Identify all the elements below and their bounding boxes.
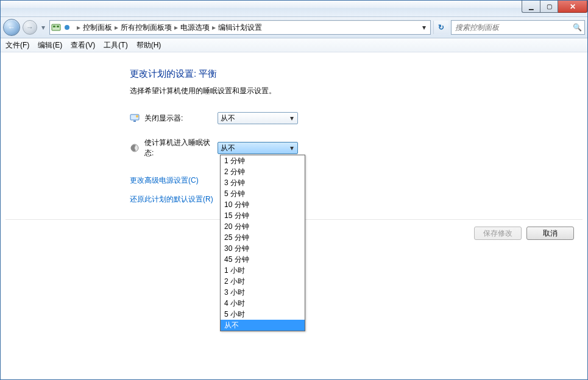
button-row: 保存修改 取消 — [474, 227, 574, 240]
chevron-right-icon: ▸ — [115, 23, 118, 32]
navbar: ← → ▾ ▸ 控制面板 ▸ 所有控制面板项 — [1, 17, 587, 38]
save-button[interactable]: 保存修改 — [474, 227, 522, 240]
chevron-down-icon: ▾ — [288, 144, 296, 152]
dropdown-option[interactable]: 5 分钟 — [221, 188, 305, 199]
menu-tools[interactable]: 工具(T) — [104, 40, 127, 51]
content-area: 更改计划的设置: 平衡 选择希望计算机使用的睡眠设置和显示设置。 关闭显示器: … — [1, 52, 587, 380]
chevron-right-icon: ▸ — [212, 23, 216, 32]
window-frame: ▁ ▢ ✕ ← → ▾ — [0, 0, 588, 380]
dropdown-option[interactable]: 20 分钟 — [221, 221, 305, 232]
svg-rect-2 — [57, 26, 59, 27]
menu-edit[interactable]: 编辑(E) — [38, 40, 62, 51]
link-restore-defaults[interactable]: 还原此计划的默认设置(R) — [130, 194, 587, 205]
search-box[interactable]: 🔍 — [451, 20, 585, 35]
setting-label: 关闭显示器: — [144, 113, 218, 124]
sleep-dropdown-list[interactable]: 1 分钟2 分钟3 分钟5 分钟10 分钟15 分钟20 分钟25 分钟30 分… — [220, 155, 305, 331]
minimize-button[interactable]: ▁ — [522, 1, 540, 13]
dropdown-option[interactable]: 25 分钟 — [221, 232, 305, 243]
control-panel-icon — [51, 23, 61, 32]
address-bar[interactable]: ▸ 控制面板 ▸ 所有控制面板项 ▸ 电源选项 ▸ 编辑计划设置 ▾ — [49, 20, 431, 35]
menubar: 文件(F) 编辑(E) 查看(V) 工具(T) 帮助(H) — [1, 38, 587, 52]
breadcrumb-segment[interactable]: 控制面板 — [83, 23, 112, 33]
menu-view[interactable]: 查看(V) — [71, 40, 95, 51]
dropdown-option[interactable]: 5 小时 — [221, 309, 305, 320]
address-dropdown[interactable]: ▾ — [419, 21, 429, 33]
dropdown-option[interactable]: 3 分钟 — [221, 177, 305, 188]
sleep-combo[interactable]: 从不 ▾ — [218, 142, 298, 154]
chevron-right-icon: ▸ — [174, 23, 178, 32]
breadcrumb: ▸ 控制面板 ▸ 所有控制面板项 ▸ 电源选项 ▸ 编辑计划设置 — [74, 23, 262, 33]
setting-sleep: 使计算机进入睡眠状态: 从不 ▾ — [130, 138, 587, 158]
minimize-icon: ▁ — [529, 4, 534, 10]
address-bar-tail: ▾ — [419, 21, 429, 33]
window-controls: ▁ ▢ ✕ — [522, 1, 587, 16]
page-title: 更改计划的设置: 平衡 — [130, 68, 587, 80]
network-icon — [63, 24, 71, 31]
combo-value: 从不 — [221, 143, 235, 153]
monitor-icon — [130, 113, 140, 123]
close-icon: ✕ — [570, 3, 576, 10]
dropdown-option[interactable]: 4 小时 — [221, 298, 305, 309]
setting-display-off: 关闭显示器: 从不 ▾ — [130, 112, 587, 124]
arrow-right-icon: → — [26, 23, 34, 32]
link-advanced-settings[interactable]: 更改高级电源设置(C) — [130, 175, 587, 186]
maximize-button[interactable]: ▢ — [540, 1, 558, 13]
menu-file[interactable]: 文件(F) — [5, 40, 29, 51]
nav-history-dropdown[interactable]: ▾ — [40, 21, 47, 33]
breadcrumb-segment[interactable]: 编辑计划设置 — [218, 23, 262, 33]
chevron-down-icon: ▾ — [288, 114, 296, 122]
breadcrumb-segment[interactable]: 所有控制面板项 — [121, 23, 172, 33]
dropdown-option[interactable]: 从不 — [221, 320, 305, 331]
menu-help[interactable]: 帮助(H) — [136, 40, 161, 51]
close-button[interactable]: ✕ — [558, 1, 587, 13]
nav-back-button[interactable]: ← — [3, 19, 20, 36]
chevron-right-icon: ▸ — [77, 23, 80, 32]
arrow-left-icon: ← — [8, 23, 15, 32]
display-off-combo[interactable]: 从不 ▾ — [218, 112, 298, 124]
svg-rect-5 — [133, 121, 136, 122]
refresh-button[interactable]: ↻ — [433, 21, 448, 34]
titlebar: ▁ ▢ ✕ — [1, 1, 587, 17]
dropdown-option[interactable]: 1 小时 — [221, 265, 305, 276]
dropdown-option[interactable]: 45 分钟 — [221, 254, 305, 265]
links-block: 更改高级电源设置(C) 还原此计划的默认设置(R) — [130, 175, 587, 205]
setting-label: 使计算机进入睡眠状态: — [144, 138, 218, 158]
dropdown-option[interactable]: 3 小时 — [221, 287, 305, 298]
svg-rect-1 — [53, 26, 55, 27]
dropdown-option[interactable]: 15 分钟 — [221, 210, 305, 221]
dropdown-option[interactable]: 2 小时 — [221, 276, 305, 287]
breadcrumb-segment[interactable]: 电源选项 — [180, 23, 210, 33]
page-desc: 选择希望计算机使用的睡眠设置和显示设置。 — [130, 86, 587, 96]
search-icon: 🔍 — [573, 23, 582, 32]
svg-point-3 — [65, 25, 69, 30]
maximize-icon: ▢ — [547, 4, 552, 10]
moon-icon — [130, 143, 140, 153]
dropdown-option[interactable]: 30 分钟 — [221, 243, 305, 254]
search-input[interactable] — [454, 23, 570, 32]
combo-value: 从不 — [221, 113, 235, 124]
cancel-button[interactable]: 取消 — [526, 227, 574, 240]
refresh-icon: ↻ — [438, 23, 444, 32]
chevron-down-icon: ▾ — [41, 23, 45, 32]
dropdown-option[interactable]: 1 分钟 — [221, 155, 305, 166]
dropdown-option[interactable]: 10 分钟 — [221, 199, 305, 210]
nav-forward-button[interactable]: → — [23, 20, 37, 35]
dropdown-option[interactable]: 2 分钟 — [221, 166, 305, 177]
svg-point-6 — [136, 115, 138, 118]
